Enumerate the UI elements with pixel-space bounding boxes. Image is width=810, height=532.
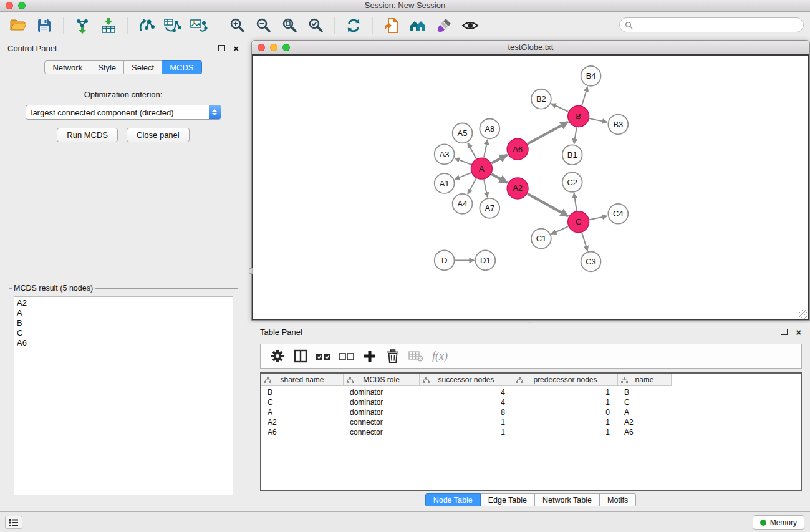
node-A2[interactable]: A2 bbox=[507, 178, 528, 199]
close-table-panel-icon[interactable]: × bbox=[796, 327, 801, 337]
node-A7[interactable]: A7 bbox=[480, 198, 499, 218]
fullscreen-window-button[interactable] bbox=[18, 2, 26, 9]
edge-A-A1[interactable] bbox=[455, 173, 471, 180]
column-header-successor-nodes[interactable]: successor nodes bbox=[420, 374, 513, 386]
edge-C-C4[interactable] bbox=[589, 216, 607, 220]
apply-style-icon[interactable] bbox=[434, 16, 454, 36]
edge-A-A5[interactable] bbox=[468, 143, 476, 158]
edge-A-A2[interactable] bbox=[491, 174, 507, 183]
network-view[interactable]: B4B2BB3A5A8A6A3AB1A1A2C2A4A7C4CC1DD1C3 bbox=[252, 54, 809, 320]
edge-B-B2[interactable] bbox=[551, 104, 568, 112]
node-A4[interactable]: A4 bbox=[453, 194, 473, 214]
edge-A-A8[interactable] bbox=[484, 140, 488, 158]
edge-B-B1[interactable] bbox=[574, 127, 577, 143]
result-item[interactable]: A2 bbox=[17, 298, 230, 308]
node-B4[interactable]: B4 bbox=[581, 66, 601, 86]
node-A3[interactable]: A3 bbox=[435, 144, 455, 164]
node-A[interactable]: A bbox=[471, 158, 492, 179]
import-table-icon[interactable] bbox=[99, 16, 118, 36]
tab-motifs[interactable]: Motifs bbox=[600, 493, 636, 506]
edge-A2-C[interactable] bbox=[528, 194, 568, 216]
memory-button[interactable]: Memory bbox=[753, 515, 804, 530]
network-from-table-icon[interactable] bbox=[163, 16, 183, 36]
table-settings-icon[interactable] bbox=[266, 346, 289, 366]
node-C2[interactable]: C2 bbox=[562, 172, 582, 192]
zoom-fit-icon[interactable] bbox=[279, 16, 299, 36]
float-panel-icon[interactable] bbox=[218, 45, 225, 51]
new-network-icon[interactable] bbox=[137, 16, 157, 36]
column-header-name[interactable]: name bbox=[618, 374, 672, 386]
show-columns-icon[interactable] bbox=[289, 346, 312, 366]
node-A6[interactable]: A6 bbox=[507, 138, 528, 160]
table-row[interactable]: Adominator80A bbox=[261, 407, 801, 417]
close-window-button[interactable] bbox=[6, 2, 13, 9]
edge-A-A7[interactable] bbox=[484, 180, 488, 198]
table-row[interactable]: A2connector11A2 bbox=[261, 417, 801, 427]
delete-table-icon[interactable] bbox=[404, 346, 427, 366]
node-C3[interactable]: C3 bbox=[581, 252, 601, 272]
tab-network[interactable]: Network bbox=[44, 60, 90, 74]
refresh-icon[interactable] bbox=[344, 16, 364, 36]
maximize-network-button[interactable] bbox=[282, 44, 290, 51]
result-item[interactable]: A bbox=[17, 308, 230, 318]
edge-C-C1[interactable] bbox=[551, 226, 568, 234]
show-panels-button[interactable] bbox=[5, 516, 22, 529]
open-file-icon[interactable] bbox=[8, 16, 28, 36]
edge-C-C2[interactable] bbox=[574, 193, 576, 211]
table-row[interactable]: Bdominator41B bbox=[261, 387, 801, 397]
table-row[interactable]: Cdominator41C bbox=[261, 397, 801, 407]
home-icon[interactable] bbox=[408, 16, 428, 36]
delete-row-icon[interactable] bbox=[381, 346, 404, 366]
function-builder-button[interactable]: f(x) bbox=[427, 350, 453, 363]
node-B3[interactable]: B3 bbox=[608, 115, 628, 135]
result-item[interactable]: C bbox=[17, 328, 230, 338]
network-window-titlebar[interactable]: testGlobe.txt bbox=[252, 41, 809, 54]
select-all-icon[interactable] bbox=[312, 346, 335, 366]
tab-network-table[interactable]: Network Table bbox=[535, 493, 600, 506]
node-A5[interactable]: A5 bbox=[453, 123, 473, 143]
show-graphics-icon[interactable] bbox=[460, 16, 480, 36]
splitter-handle[interactable] bbox=[249, 268, 253, 274]
export-image-icon[interactable] bbox=[189, 16, 209, 36]
close-network-button[interactable] bbox=[258, 44, 265, 51]
tab-node-table[interactable]: Node Table bbox=[425, 493, 481, 506]
node-B[interactable]: B bbox=[568, 106, 589, 127]
column-header-shared-name[interactable]: shared name bbox=[261, 374, 344, 386]
resize-grip[interactable] bbox=[799, 310, 808, 319]
minimize-network-button[interactable] bbox=[270, 44, 277, 51]
edge-A-A3[interactable] bbox=[455, 158, 471, 165]
node-B2[interactable]: B2 bbox=[531, 89, 551, 109]
tab-select[interactable]: Select bbox=[124, 60, 162, 74]
close-panel-icon[interactable]: × bbox=[233, 44, 239, 53]
node-A1[interactable]: A1 bbox=[435, 173, 455, 193]
edge-C-C3[interactable] bbox=[582, 233, 587, 251]
edge-A-A4[interactable] bbox=[468, 178, 476, 194]
result-item[interactable]: A6 bbox=[17, 338, 230, 348]
edge-A6-B[interactable] bbox=[528, 122, 568, 143]
mcds-result-list[interactable]: A2ABCA6 bbox=[14, 296, 233, 495]
node-C1[interactable]: C1 bbox=[531, 229, 551, 249]
column-header-predecessor-nodes[interactable]: predecessor nodes bbox=[513, 374, 618, 386]
column-header-MCDS-role[interactable]: MCDS role bbox=[344, 374, 420, 386]
edge-B-B4[interactable] bbox=[582, 87, 587, 105]
table-row[interactable]: A6connector11A6 bbox=[261, 427, 801, 437]
run-mcds-button[interactable]: Run MCDS bbox=[57, 128, 118, 142]
zoom-selected-icon[interactable] bbox=[306, 16, 325, 36]
node-D1[interactable]: D1 bbox=[475, 251, 495, 271]
result-item[interactable]: B bbox=[17, 318, 230, 328]
float-table-panel-icon[interactable] bbox=[781, 329, 788, 335]
edge-B-B3[interactable] bbox=[589, 118, 607, 122]
tab-edge-table[interactable]: Edge Table bbox=[481, 493, 535, 506]
open-session-icon[interactable] bbox=[382, 16, 402, 36]
node-C[interactable]: C bbox=[568, 211, 589, 233]
search-field[interactable] bbox=[619, 17, 804, 32]
node-C4[interactable]: C4 bbox=[608, 204, 628, 224]
optimization-criterion-dropdown[interactable]: largest connected component (directed) bbox=[26, 105, 221, 120]
zoom-in-icon[interactable] bbox=[227, 16, 247, 36]
search-input[interactable] bbox=[636, 21, 803, 30]
close-panel-button[interactable]: Close panel bbox=[127, 128, 190, 142]
tab-mcds[interactable]: MCDS bbox=[162, 60, 201, 74]
edge-A-A6[interactable] bbox=[491, 155, 507, 163]
window-titlebar[interactable]: Session: New Session bbox=[0, 0, 810, 12]
save-session-icon[interactable] bbox=[34, 16, 54, 36]
